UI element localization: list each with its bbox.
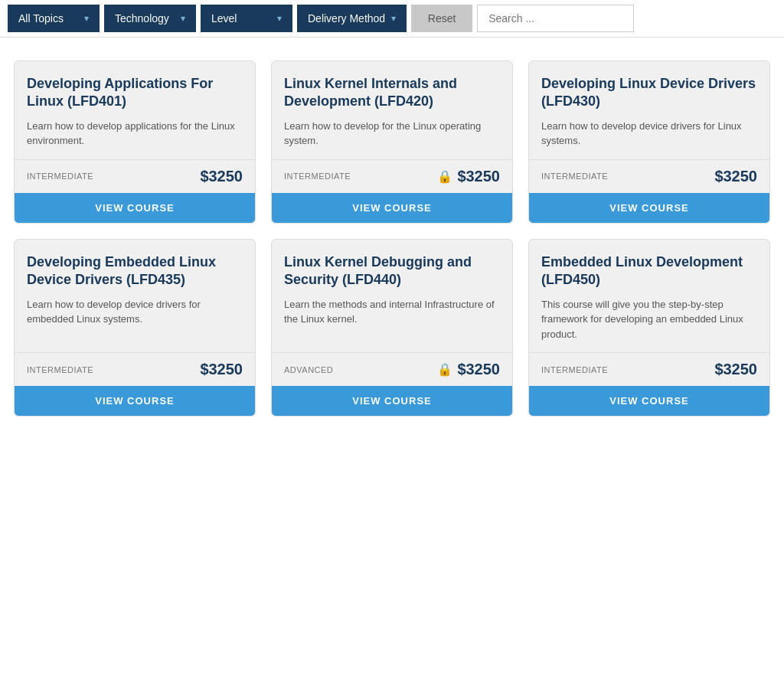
search-input[interactable] <box>477 5 634 32</box>
course-card-lfd440: Linux Kernel Debugging and Security (LFD… <box>271 239 513 417</box>
card-description: This course will give you the step-by-st… <box>541 297 757 342</box>
card-title: Developing Applications For Linux (LFD40… <box>27 75 243 111</box>
card-body: Embedded Linux Development (LFD450) This… <box>529 240 769 352</box>
view-course-button-lfd430[interactable]: VIEW COURSE <box>529 193 769 223</box>
card-price: $3250 <box>457 168 500 185</box>
lock-icon: 🔒 <box>437 362 452 377</box>
view-course-button-lfd450[interactable]: VIEW COURSE <box>529 386 769 416</box>
card-price-area: $3250 <box>714 168 757 185</box>
card-footer: INTERMEDIATE $3250 <box>529 352 769 386</box>
view-course-button-lfd420[interactable]: VIEW COURSE <box>272 193 512 223</box>
card-title: Embedded Linux Development (LFD450) <box>541 253 757 289</box>
card-description: Learn how to develop for the Linux opera… <box>284 119 500 149</box>
view-course-button-lfd435[interactable]: VIEW COURSE <box>15 386 255 416</box>
lock-icon: 🔒 <box>437 169 452 184</box>
card-level: INTERMEDIATE <box>541 365 608 374</box>
card-footer: ADVANCED 🔒 $3250 <box>272 352 512 386</box>
card-title: Developing Linux Device Drivers (LFD430) <box>541 75 757 111</box>
view-course-button-lfd440[interactable]: VIEW COURSE <box>272 386 512 416</box>
card-price-area: $3250 <box>200 361 243 378</box>
card-title: Developing Embedded Linux Device Drivers… <box>27 253 243 289</box>
course-grid: Developing Applications For Linux (LFD40… <box>0 38 784 440</box>
card-price: $3250 <box>200 168 243 185</box>
card-price: $3250 <box>457 361 500 378</box>
card-price: $3250 <box>200 361 243 378</box>
card-body: Linux Kernel Internals and Development (… <box>272 61 512 159</box>
card-footer: INTERMEDIATE $3250 <box>15 159 255 193</box>
card-body: Linux Kernel Debugging and Security (LFD… <box>272 240 512 352</box>
card-level: INTERMEDIATE <box>284 172 351 181</box>
course-card-lfd430: Developing Linux Device Drivers (LFD430)… <box>528 60 770 224</box>
all-topics-dropdown[interactable]: All Topics <box>8 5 100 32</box>
card-price-area: 🔒 $3250 <box>437 168 500 185</box>
card-body: Developing Applications For Linux (LFD40… <box>15 61 255 159</box>
card-body: Developing Embedded Linux Device Drivers… <box>15 240 255 352</box>
card-level: INTERMEDIATE <box>27 365 93 374</box>
card-footer: INTERMEDIATE 🔒 $3250 <box>272 159 512 193</box>
card-description: Learn how to develop device drivers for … <box>27 297 243 327</box>
level-dropdown[interactable]: Level <box>201 5 292 32</box>
course-card-lfd420: Linux Kernel Internals and Development (… <box>271 60 513 224</box>
card-price: $3250 <box>714 361 757 378</box>
card-level: INTERMEDIATE <box>541 172 608 181</box>
card-title: Linux Kernel Internals and Development (… <box>284 75 500 111</box>
card-description: Learn how to develop applications for th… <box>27 119 243 149</box>
delivery-method-dropdown[interactable]: Delivery Method <box>297 5 407 32</box>
card-price-area: 🔒 $3250 <box>437 361 500 378</box>
course-card-lfd401: Developing Applications For Linux (LFD40… <box>14 60 256 224</box>
reset-button[interactable]: Reset <box>411 5 472 32</box>
filter-bar: All Topics Technology Level Delivery Met… <box>0 0 784 38</box>
card-level: ADVANCED <box>284 365 333 374</box>
card-description: Learn how to develop device drivers for … <box>541 119 757 149</box>
card-price-area: $3250 <box>714 361 757 378</box>
card-price-area: $3250 <box>200 168 243 185</box>
card-title: Linux Kernel Debugging and Security (LFD… <box>284 253 500 289</box>
card-body: Developing Linux Device Drivers (LFD430)… <box>529 61 769 159</box>
technology-dropdown[interactable]: Technology <box>104 5 196 32</box>
card-price: $3250 <box>714 168 757 185</box>
card-level: INTERMEDIATE <box>27 172 93 181</box>
card-footer: INTERMEDIATE $3250 <box>15 352 255 386</box>
view-course-button-lfd401[interactable]: VIEW COURSE <box>15 193 255 223</box>
card-description: Learn the methods and internal Infrastru… <box>284 297 500 327</box>
course-card-lfd435: Developing Embedded Linux Device Drivers… <box>14 239 256 417</box>
course-card-lfd450: Embedded Linux Development (LFD450) This… <box>528 239 770 417</box>
card-footer: INTERMEDIATE $3250 <box>529 159 769 193</box>
